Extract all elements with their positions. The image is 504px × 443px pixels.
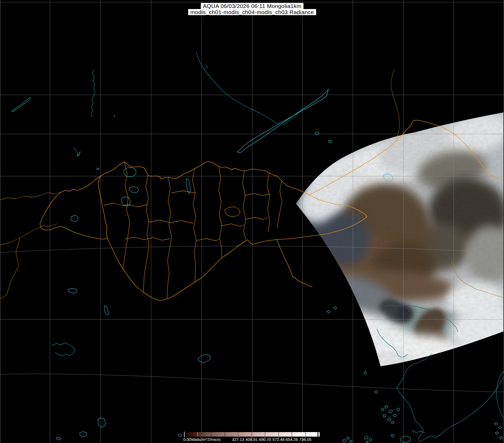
colorbar-divider <box>238 432 238 437</box>
colorbar-tick-label: 490.70 <box>259 437 271 442</box>
colorbar-tick-label: 736.05 <box>299 437 311 442</box>
colorbar-tick-label: 327.13 <box>232 437 244 442</box>
map-canvas <box>0 0 504 443</box>
far-west-borders <box>0 192 62 299</box>
colorbar-divider <box>278 432 279 437</box>
colorbar-divider <box>211 432 211 437</box>
colorbar-tick-label: 572.48 <box>272 437 285 442</box>
colorbar-value-marker <box>197 432 198 437</box>
colorbar-divider <box>252 432 252 437</box>
product-title-line2: modis_ch01-modis_ch04-modis_ch03 Radianc… <box>188 9 316 15</box>
satellite-swath <box>249 106 504 377</box>
colorbar-end-cap <box>318 432 320 437</box>
aimag-boundaries <box>104 162 282 299</box>
colorbar-tick-label: 408.91 <box>245 437 258 442</box>
colorbar-divider <box>292 432 292 437</box>
colorbar-unit-label: 0.00Watts/m^2/micro <box>183 437 220 442</box>
radiance-colorbar <box>184 432 318 437</box>
colorbar-start-tick <box>184 432 185 437</box>
satellite-map-product: AQUA 06/03/2026 06:11 Mongolia1km modis_… <box>0 0 504 443</box>
product-title-line1: AQUA 06/03/2026 06:11 Mongolia1km <box>201 3 303 9</box>
colorbar-divider <box>265 432 265 437</box>
colorbar-tick-label: 654.26 <box>286 437 298 442</box>
colorbar-divider <box>305 432 306 437</box>
colorbar-divider <box>225 432 225 437</box>
